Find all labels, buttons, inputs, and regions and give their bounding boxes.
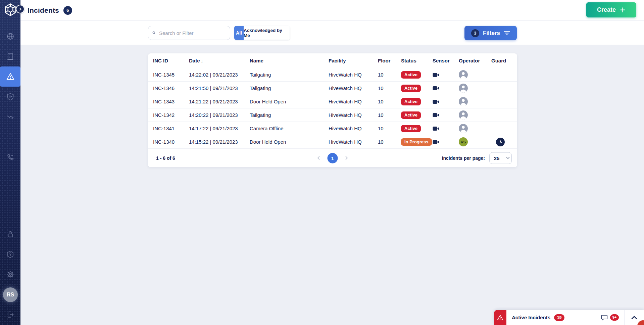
building-icon	[6, 52, 14, 60]
guard-clock-icon[interactable]	[496, 138, 505, 146]
active-incidents-bar[interactable]: Active Incidents 19 9+	[494, 310, 644, 325]
table-row[interactable]: INC-1342 14:20:22 | 09/21/2023 Tailgatin…	[148, 108, 517, 122]
cell-sensor	[433, 72, 459, 78]
segment-acknowledged-button[interactable]: Acknowledged by Me	[244, 26, 290, 40]
cell-sensor	[433, 99, 459, 104]
column-header-facility[interactable]: Facility	[329, 58, 378, 63]
cell-operator	[459, 70, 491, 79]
logout-icon	[6, 311, 14, 319]
column-header-status[interactable]: Status	[401, 58, 433, 63]
table-row[interactable]: INC-1341 14:17:22 | 09/21/2023 Camera Of…	[148, 122, 517, 135]
table-row[interactable]: INC-1343 14:21:22 | 09/21/2023 Door Held…	[148, 95, 517, 108]
previous-page-button[interactable]	[317, 156, 321, 160]
chat-count-badge: 9+	[610, 314, 619, 321]
sidebar-item-global[interactable]	[0, 26, 20, 46]
camera-sensor-icon[interactable]	[433, 86, 440, 91]
status-badge: Active	[401, 71, 421, 79]
sidebar-item-logs[interactable]	[0, 127, 20, 147]
chevron-left-icon	[317, 156, 321, 160]
column-header-guard[interactable]: Guard	[491, 58, 517, 63]
operator-avatar-placeholder	[459, 110, 468, 120]
sidebar-item-analytics[interactable]	[0, 107, 20, 127]
per-page-label: Incidents per page:	[442, 155, 485, 161]
cell-status: Active	[401, 71, 433, 79]
table-row[interactable]: INC-1346 14:21:50 | 09/21/2023 Tailgatin…	[148, 82, 517, 95]
chat-button[interactable]: 9+	[595, 314, 624, 321]
search-box[interactable]	[148, 26, 230, 40]
column-header-name[interactable]: Name	[250, 58, 329, 63]
sidebar-item-logout[interactable]	[0, 305, 20, 325]
per-page-select[interactable]: 25	[489, 152, 512, 164]
search-icon	[152, 30, 156, 36]
cell-date: 14:21:50 | 09/21/2023	[189, 85, 250, 91]
page-number-button[interactable]: 1	[328, 153, 338, 163]
column-header-date[interactable]: Date↓	[189, 58, 250, 63]
operator-avatar-placeholder	[459, 97, 468, 106]
range-label: 1 - 6 of 6	[156, 155, 175, 161]
cell-status: Active	[401, 98, 433, 105]
person-icon	[459, 110, 468, 120]
globe-icon	[6, 32, 14, 40]
table-body: INC-1345 14:22:02 | 09/21/2023 Tailgatin…	[148, 68, 517, 149]
cell-name: Tailgating	[250, 85, 329, 91]
camera-sensor-icon[interactable]	[433, 139, 440, 145]
sidebar-collapse-button[interactable]	[16, 5, 24, 13]
status-badge: Active	[401, 98, 421, 105]
cell-name: Tailgating	[250, 112, 329, 118]
search-input[interactable]	[159, 30, 226, 36]
sidebar-item-call[interactable]	[0, 147, 20, 167]
filters-count-badge: 3	[471, 29, 479, 37]
filters-button[interactable]: 3 Filters	[464, 26, 517, 40]
filters-button-label: Filters	[483, 30, 500, 37]
phone-plus-icon	[6, 153, 14, 161]
sidebar-item-lockdown[interactable]	[0, 224, 20, 244]
cell-name: Camera Offline	[250, 126, 329, 131]
alert-block	[494, 310, 506, 325]
column-header-sensor[interactable]: Sensor	[433, 58, 459, 63]
camera-sensor-icon[interactable]	[433, 126, 440, 131]
column-header-floor[interactable]: Floor	[378, 58, 401, 63]
table-row[interactable]: INC-1345 14:22:02 | 09/21/2023 Tailgatin…	[148, 68, 517, 82]
camera-sensor-icon[interactable]	[433, 72, 440, 78]
user-avatar[interactable]: RS	[3, 287, 18, 302]
cell-floor: 10	[378, 99, 401, 104]
cell-inc-id: INC-1341	[148, 126, 189, 131]
help-icon	[6, 250, 14, 259]
corner-alert-blob	[637, 320, 644, 325]
sidebar-item-facilities[interactable]	[0, 46, 20, 66]
column-header-inc-id[interactable]: INC ID	[148, 58, 189, 63]
expand-button[interactable]	[625, 316, 644, 320]
camera-sensor-icon[interactable]	[433, 99, 440, 104]
column-header-operator[interactable]: Operator	[459, 58, 491, 63]
cell-facility: HiveWatch HQ	[329, 85, 378, 91]
cell-inc-id: INC-1343	[148, 99, 189, 104]
sidebar-item-settings[interactable]	[0, 264, 20, 284]
sidebar-item-security[interactable]	[0, 87, 20, 107]
next-page-button[interactable]	[345, 156, 349, 160]
list-icon	[6, 133, 14, 141]
cell-operator	[459, 110, 491, 120]
filter-lines-icon	[504, 31, 510, 36]
operator-avatar-placeholder	[459, 70, 468, 79]
cell-name: Tailgating	[250, 72, 329, 78]
create-button[interactable]: Create	[586, 2, 636, 17]
warning-triangle-icon	[497, 314, 504, 321]
segment-all-button[interactable]: All	[234, 26, 244, 40]
operator-avatar-placeholder	[459, 84, 468, 93]
incident-warning-icon	[6, 72, 15, 81]
table-row[interactable]: INC-1340 14:15:22 | 09/21/2023 Door Held…	[148, 135, 517, 149]
lock-icon	[6, 230, 14, 238]
sidebar-item-help[interactable]	[0, 244, 20, 264]
table-header-row: INC ID Date↓ Name Facility Floor Status …	[148, 53, 517, 68]
cell-status: Active	[401, 111, 433, 119]
camera-sensor-icon[interactable]	[433, 112, 440, 118]
cell-operator	[459, 97, 491, 106]
status-badge: Active	[401, 111, 421, 119]
filter-segment: All Acknowledged by Me	[234, 26, 290, 40]
sidebar: RS	[0, 0, 20, 325]
cell-floor: 10	[378, 112, 401, 118]
cell-inc-id: INC-1345	[148, 72, 189, 78]
cell-date: 14:20:22 | 09/21/2023	[189, 112, 250, 118]
cell-sensor	[433, 126, 459, 131]
sidebar-item-incidents[interactable]	[0, 66, 20, 87]
